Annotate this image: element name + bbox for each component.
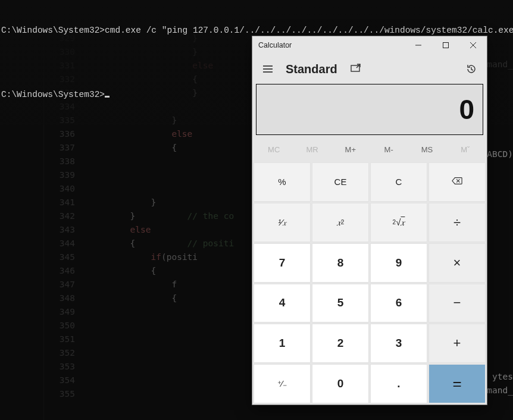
calculator-window: Calculator Standard 0 — [252, 36, 487, 405]
terminal-prompt: C:\Windows\System32> — [1, 26, 105, 35]
svg-line-10 — [471, 70, 473, 70]
history-icon[interactable] — [459, 57, 483, 81]
memory-subtract[interactable]: M- — [370, 137, 408, 161]
subtract-key[interactable]: − — [428, 284, 486, 323]
percent-key[interactable]: % — [254, 162, 311, 202]
digit-7[interactable]: 7 — [254, 243, 311, 283]
maximize-button[interactable] — [432, 36, 459, 54]
sqrt-key[interactable]: 2√𝑥 — [370, 203, 427, 242]
memory-store[interactable]: MS — [408, 137, 446, 161]
digit-9[interactable]: 9 — [370, 243, 427, 283]
editor-right-peek: mand_ — [487, 385, 513, 395]
digit-8[interactable]: 8 — [312, 243, 369, 283]
terminal-prompt: C:\Windows\System32> — [1, 90, 105, 99]
reciprocal-key[interactable]: ¹⁄𝑥 — [254, 203, 311, 242]
memory-list[interactable]: Mˇ — [446, 137, 484, 161]
divide-key[interactable]: ÷ — [428, 203, 486, 242]
terminal-cursor — [105, 96, 110, 98]
memory-row: MC MR M+ M- MS Mˇ — [252, 137, 487, 161]
screen: 3293303313323333343353363373383393403413… — [0, 0, 513, 420]
digit-4[interactable]: 4 — [254, 284, 311, 323]
multiply-key[interactable]: × — [428, 243, 486, 283]
calc-display-value: 0 — [459, 93, 474, 126]
minimize-button[interactable] — [405, 36, 432, 54]
negate-key[interactable]: ⁺⁄₋ — [254, 364, 311, 403]
digit-2[interactable]: 2 — [312, 324, 369, 363]
calc-display: 0 — [256, 84, 483, 135]
add-key[interactable]: + — [428, 324, 486, 363]
backspace-icon — [452, 177, 462, 187]
equals-key[interactable]: = — [428, 364, 486, 403]
terminal-line: C:\Windows\System32>cmd.exe /c "ping 127… — [1, 25, 512, 36]
editor-right-peek: ABCD) — [487, 149, 513, 159]
digit-0[interactable]: 0 — [312, 364, 369, 403]
editor-right-peek: ytes — [492, 372, 513, 381]
svg-rect-1 — [443, 43, 449, 48]
keypad: % CE C ¹⁄𝑥 𝑥2 2√𝑥 ÷ 7 8 9 × 4 5 6 − 1 2 … — [252, 161, 487, 405]
digit-3[interactable]: 3 — [370, 324, 427, 363]
hamburger-icon[interactable] — [256, 57, 280, 81]
digit-5[interactable]: 5 — [312, 284, 369, 323]
square-key[interactable]: 𝑥2 — [312, 203, 369, 242]
digit-1[interactable]: 1 — [254, 324, 311, 363]
clear-key[interactable]: C — [370, 162, 427, 202]
close-button[interactable] — [459, 36, 487, 54]
terminal-command: cmd.exe /c "ping 127.0.0.1/../../../../.… — [105, 26, 513, 35]
titlebar[interactable]: Calculator — [252, 36, 487, 54]
clear-entry-key[interactable]: CE — [312, 162, 369, 202]
decimal-key[interactable]: . — [370, 364, 427, 403]
keep-on-top-icon[interactable] — [343, 57, 367, 81]
memory-add[interactable]: M+ — [331, 137, 370, 161]
memory-recall[interactable]: MR — [293, 137, 331, 161]
memory-clear[interactable]: MC — [255, 137, 293, 161]
mode-label: Standard — [282, 62, 341, 76]
backspace-key[interactable] — [428, 162, 486, 202]
window-title: Calculator — [252, 41, 405, 49]
digit-6[interactable]: 6 — [370, 284, 427, 323]
mode-bar: Standard — [252, 54, 487, 84]
